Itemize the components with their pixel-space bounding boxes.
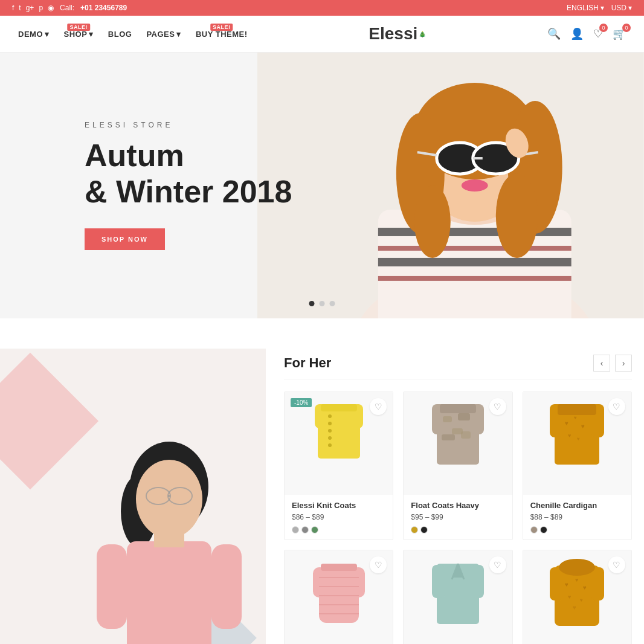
call-label: Call: [60, 4, 74, 12]
shop-sale-badge: SALE! [67, 24, 90, 31]
cart-icon[interactable]: 🛒 0 [613, 27, 626, 40]
svg-rect-29 [211, 544, 242, 629]
search-icon[interactable]: 🔍 [547, 27, 561, 40]
nav-item-shop[interactable]: SALE! SHOP ▾ [64, 30, 94, 39]
phone-number[interactable]: +01 23456789 [80, 4, 127, 12]
shop-now-button[interactable]: SHOP NOW [85, 228, 165, 250]
svg-rect-30 [154, 532, 184, 547]
top-bar-left: f t g+ p ◉ Call: +01 23456789 [12, 4, 127, 12]
logo[interactable]: Elessi 🎄 [369, 24, 426, 43]
svg-rect-68 [432, 565, 445, 598]
swatch[interactable] [420, 526, 428, 533]
svg-rect-69 [471, 565, 484, 598]
svg-point-76 [559, 559, 595, 576]
top-bar-right: ENGLISH ▾ USD ▾ [567, 4, 632, 12]
product-card-6[interactable]: ♡ ♥ ♥ ♥ ♥ ♥ ♥ [523, 550, 632, 644]
svg-rect-28 [97, 544, 127, 629]
svg-rect-44 [443, 416, 452, 422]
hero-title: Autum & Winter 2018 [85, 138, 644, 210]
wishlist-btn-6[interactable]: ♡ [608, 556, 625, 573]
dot-1[interactable] [309, 301, 315, 306]
shop-chevron-icon: ▾ [89, 30, 94, 39]
hero-content: ELESSI STORE Autum & Winter 2018 SHOP NO… [0, 121, 644, 250]
logo-text: Elessi [369, 24, 417, 43]
promo-person [79, 439, 260, 644]
wishlist-count: 0 [599, 24, 608, 32]
facebook-icon[interactable]: f [12, 4, 14, 12]
dot-3[interactable] [330, 301, 335, 306]
user-icon[interactable]: 👤 [570, 27, 584, 40]
gplus-icon[interactable]: g+ [26, 4, 34, 12]
product-card-2[interactable]: ♡ Float Coats Haavy [403, 391, 512, 540]
cart-count: 0 [622, 24, 631, 32]
wishlist-btn-3[interactable]: ♡ [608, 398, 625, 415]
swatch[interactable] [311, 526, 318, 533]
product-info-3: Chenille Cardigan $88 – $89 [523, 495, 631, 539]
wishlist-btn-2[interactable]: ♡ [489, 398, 506, 415]
swatch[interactable] [530, 526, 538, 533]
social-icons: f t g+ p ◉ [12, 4, 54, 12]
svg-rect-27 [127, 541, 211, 644]
product-image-6: ♡ ♥ ♥ ♥ ♥ ♥ ♥ [523, 550, 631, 644]
product-card-5[interactable]: ♡ Blue Wrap Top $55 – $60 [403, 550, 512, 644]
svg-rect-66 [321, 564, 357, 571]
svg-text:♥: ♥ [583, 584, 587, 591]
discount-badge-1: -10% [291, 398, 312, 407]
svg-text:♥: ♥ [580, 597, 583, 603]
product-name-1: Elessi Knit Coats [292, 501, 385, 510]
svg-text:♥: ♥ [577, 436, 580, 442]
svg-rect-45 [458, 413, 470, 420]
top-bar: f t g+ p ◉ Call: +01 23456789 ENGLISH ▾ … [0, 0, 644, 16]
product-price-1: $86 – $89 [292, 513, 385, 521]
swatch[interactable] [411, 526, 418, 533]
product-image-4: ♡ [285, 550, 393, 644]
svg-rect-74 [550, 567, 563, 601]
pinterest-icon[interactable]: p [39, 4, 43, 12]
next-arrow[interactable]: › [615, 355, 632, 372]
svg-text:♥: ♥ [575, 577, 578, 583]
product-card-3[interactable]: ♡ ♥ ♥ ♥ ♥ ♥ Chenille Card [523, 391, 632, 540]
prev-arrow[interactable]: ‹ [593, 355, 610, 372]
twitter-icon[interactable]: t [19, 4, 21, 12]
svg-point-37 [328, 429, 332, 433]
svg-text:♥: ♥ [581, 423, 585, 430]
svg-point-38 [328, 436, 332, 440]
product-image-1: -10% ♡ [285, 392, 393, 495]
svg-rect-59 [313, 567, 326, 597]
slider-dots [309, 301, 335, 306]
hero-subtitle: ELESSI STORE [85, 121, 644, 129]
nav-item-demo[interactable]: DEMO ▾ [18, 30, 50, 39]
nav-left: DEMO ▾ SALE! SHOP ▾ BLOG PAGES ▾ SALE! B… [18, 30, 248, 39]
lang-chevron-icon: ▾ [601, 4, 604, 12]
swatch[interactable] [540, 526, 547, 533]
nav-item-buy-theme[interactable]: SALE! BUY THEME! [196, 30, 248, 39]
swatch[interactable] [292, 526, 299, 533]
product-info-1: Elessi Knit Coats $86 – $89 [285, 495, 393, 539]
product-card-1[interactable]: -10% ♡ Elessi Knit Coat [284, 391, 393, 540]
wishlist-btn-1[interactable]: ♡ [370, 398, 387, 415]
svg-text:♥: ♥ [565, 581, 568, 588]
sidebar-promo [0, 349, 266, 644]
product-price-2: $95 – $99 [411, 513, 504, 521]
hero-slider: ELESSI STORE Autum & Winter 2018 SHOP NO… [0, 53, 644, 318]
svg-rect-52 [558, 404, 596, 415]
products-grid: -10% ♡ Elessi Knit Coat [284, 391, 632, 644]
wishlist-btn-4[interactable]: ♡ [370, 556, 387, 573]
dot-2[interactable] [320, 301, 325, 306]
swatch[interactable] [301, 526, 309, 533]
wishlist-btn-5[interactable]: ♡ [489, 556, 506, 573]
svg-rect-34 [321, 404, 357, 411]
demo-chevron-icon: ▾ [45, 30, 50, 39]
svg-rect-47 [442, 434, 455, 440]
currency-selector[interactable]: USD ▾ [611, 4, 632, 12]
instagram-icon[interactable]: ◉ [48, 4, 54, 12]
nav-item-pages[interactable]: PAGES ▾ [146, 30, 181, 39]
currency-chevron-icon: ▾ [628, 4, 632, 12]
product-card-4[interactable]: ♡ Puffer Jacket [284, 550, 393, 644]
nav-item-blog[interactable]: BLOG [108, 30, 132, 39]
promo-illustration [79, 439, 260, 644]
svg-rect-48 [461, 431, 471, 439]
color-swatches-1 [292, 526, 385, 533]
language-selector[interactable]: ENGLISH ▾ [567, 4, 604, 12]
wishlist-icon[interactable]: ♡ 0 [593, 27, 603, 40]
